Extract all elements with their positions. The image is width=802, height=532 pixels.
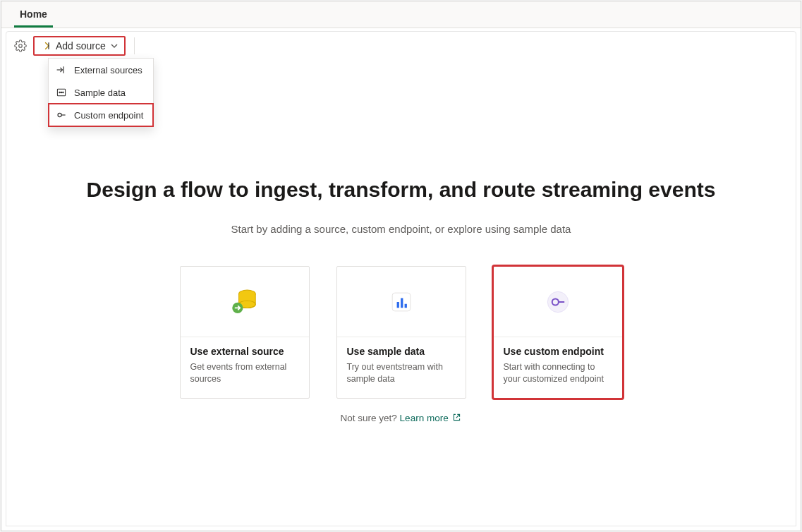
arrow-in-icon [56,64,67,75]
dropdown-item-custom-endpoint[interactable]: Custom endpoint [49,104,153,126]
endpoint-badge-icon [542,286,573,318]
card-external-desc: Get events from external sources [190,361,299,385]
settings-button[interactable] [13,39,28,53]
card-external-title: Use external source [190,346,299,357]
chevron-down-icon [110,42,119,50]
database-arrow-icon [226,283,264,321]
add-source-label: Add source [56,40,106,52]
dropdown-item-external-sources[interactable]: External sources [49,59,153,81]
card-sample-title: Use sample data [347,346,456,357]
dropdown-label-external: External sources [74,65,142,75]
learn-more-row: Not sure yet? Learn more [6,413,796,423]
dropdown-label-sample: Sample data [74,87,126,98]
card-row: Use external source Get events from exte… [6,266,796,399]
card-custom-icon-area [494,267,622,337]
hero-subtitle: Start by adding a source, custom endpoin… [6,223,796,235]
toolbar: Add source [6,31,796,61]
card-external-source[interactable]: Use external source Get events from exte… [180,266,310,399]
sample-data-icon [56,87,67,98]
card-custom-endpoint[interactable]: Use custom endpoint Start with connectin… [493,266,623,399]
add-source-dropdown: External sources Sample data Custom en [48,58,154,127]
add-source-icon [40,40,51,52]
design-canvas: Design a flow to ingest, transform, and … [6,58,796,526]
card-sample-desc: Try out eventstream with sample data [347,361,456,385]
card-external-icon-area [181,267,309,337]
svg-point-4 [63,92,63,92]
tab-home-label: Home [20,8,47,20]
external-link-icon [452,413,461,422]
svg-rect-10 [396,302,399,308]
learn-more-link[interactable]: Learn more [400,413,462,423]
learn-more-label: Learn more [400,413,449,423]
tab-bar: Home [1,1,801,28]
card-custom-desc: Start with connecting to your customized… [504,361,612,385]
gear-icon [14,40,27,52]
bar-chart-icon [386,286,417,318]
add-source-button[interactable]: Add source [33,36,126,56]
svg-point-0 [19,44,23,48]
dropdown-label-custom: Custom endpoint [74,110,143,121]
custom-endpoint-icon [56,109,67,121]
tab-home[interactable]: Home [14,4,53,28]
svg-point-5 [58,113,61,116]
card-sample-data[interactable]: Use sample data Try out eventstream with… [336,266,466,399]
svg-point-2 [59,92,60,92]
dropdown-item-sample-data[interactable]: Sample data [49,81,153,104]
svg-rect-12 [404,303,406,308]
card-sample-icon-area [337,267,466,337]
learn-prefix: Not sure yet? [341,413,400,423]
svg-rect-11 [401,298,403,308]
toolbar-separator [134,37,135,54]
card-custom-title: Use custom endpoint [504,346,612,357]
hero-title: Design a flow to ingest, transform, and … [6,178,796,202]
svg-point-3 [61,92,61,92]
